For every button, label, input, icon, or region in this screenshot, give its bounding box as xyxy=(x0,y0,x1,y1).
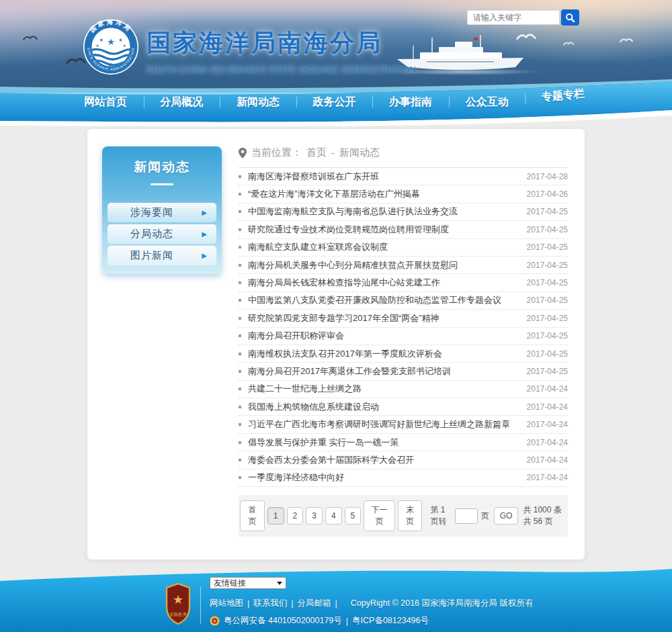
news-title-link[interactable]: 南海维权执法支队召开2017年第一季度航次评析会 xyxy=(248,348,519,360)
pager-page-button[interactable]: 4 xyxy=(325,507,342,525)
news-date: 2017-04-25 xyxy=(527,296,568,305)
svg-text:★: ★ xyxy=(212,619,216,623)
sidebar-title: 新闻动态 xyxy=(108,159,216,176)
news-date: 2017-04-25 xyxy=(527,225,568,234)
breadcrumb-current: 新闻动态 xyxy=(339,146,380,159)
chevron-down-icon xyxy=(277,582,282,585)
news-title-link[interactable]: “爱在这片海”海洋文化下基层活动在广州揭幕 xyxy=(248,188,519,200)
footer-link[interactable]: 分局邮箱 xyxy=(298,598,331,609)
news-row: 南海分局机关服务中心到分局精准扶贫点开展扶贫慰问 2017-04-25 xyxy=(239,257,568,274)
nav-item[interactable]: 分局概况 xyxy=(144,91,220,113)
seagull-icon xyxy=(620,36,633,44)
news-title-link[interactable]: 南海分局机关服务中心到分局精准扶贫点开展扶贫慰问 xyxy=(248,259,519,271)
sidebar-menu: 涉海要闻 ▶ 分局动态 ▶ 图片新闻 ▶ xyxy=(108,203,216,265)
arrow-right-icon: ▶ xyxy=(202,252,207,259)
soa-logo[interactable]: 国家海洋局 STATE OCEANIC ADMINISTRATION ★ ★ ★… xyxy=(83,19,139,75)
news-title-link[interactable]: 南海分局召开职称评审会 xyxy=(248,330,519,342)
security-record-link[interactable]: 粤公网安备 44010502000179号 xyxy=(224,615,342,627)
pager-total: 共 1000 条 共 56 页 xyxy=(523,504,568,527)
bullet-icon xyxy=(239,228,241,231)
footer-links: 网站地图 | 联系我们 | 分局邮箱 | xyxy=(210,598,341,609)
news-list: 南海区海洋督察培训班在广东开班 2017-04-28 “爱在这片海”海洋文化下基… xyxy=(239,168,568,487)
bullet-icon xyxy=(239,299,241,302)
seagull-icon xyxy=(23,34,38,42)
footer-links-row: 网站地图 | 联系我们 | 分局邮箱 | CopyRight © 2016 国家… xyxy=(210,598,534,609)
svg-text:党政机关: 党政机关 xyxy=(169,612,187,617)
bullet-icon xyxy=(239,476,241,479)
nav-item[interactable]: 政务公开 xyxy=(296,91,373,113)
news-date: 2017-04-25 xyxy=(527,242,568,252)
pager-jump-prefix: 第 1 页转 xyxy=(430,504,451,527)
nav-item[interactable]: 新闻动态 xyxy=(220,91,296,113)
news-title-link[interactable]: 研究院通过专业技术岗位竞聘规范岗位聘用管理制度 xyxy=(248,224,519,236)
news-date: 2017-04-25 xyxy=(527,349,568,359)
nav-item[interactable]: 办事指南 xyxy=(372,91,449,113)
pager-first-button[interactable]: 首页 xyxy=(240,500,265,531)
sidebar-item[interactable]: 图片新闻 ▶ xyxy=(108,246,216,265)
footer-link[interactable]: 网站地图 xyxy=(210,598,243,609)
bullet-icon xyxy=(239,175,241,178)
icp-record-link[interactable]: 粤ICP备08123496号 xyxy=(352,615,429,627)
news-title-link[interactable]: 共建二十一世纪海上丝绸之路 xyxy=(248,383,519,395)
seagull-icon xyxy=(563,40,574,46)
pager-jump-input[interactable] xyxy=(455,508,478,524)
news-title-link[interactable]: 中国海监南海航空支队与海南省总队进行执法业务交流 xyxy=(248,206,519,218)
breadcrumb-label: 当前位置： xyxy=(251,146,302,159)
news-row: 南海航空支队建立科室联席会议制度 2017-04-25 xyxy=(239,239,568,257)
bullet-icon xyxy=(239,353,241,355)
news-title-link[interactable]: 南海航空支队建立科室联席会议制度 xyxy=(248,241,519,253)
news-date: 2017-04-28 xyxy=(527,172,568,181)
news-title-link[interactable]: 一季度海洋经济稳中向好 xyxy=(248,471,519,484)
nav-item[interactable]: 公众互动 xyxy=(449,91,526,113)
news-title-link[interactable]: 南海区海洋督察培训班在广东开班 xyxy=(248,171,519,183)
breadcrumb-home-link[interactable]: 首页 xyxy=(306,146,327,159)
news-title-link[interactable]: 海委会西太分委会第十届国际科学大会召开 xyxy=(248,454,519,466)
pager-next-button[interactable]: 下一页 xyxy=(364,500,394,531)
footer-link[interactable]: 联系我们 xyxy=(253,598,287,609)
footer-link-separator: | xyxy=(335,599,337,608)
news-title-link[interactable]: 习近平在广西北海市考察调研时强调写好新世纪海上丝绸之路新篇章 xyxy=(248,418,519,431)
pager-page-button[interactable]: 1 xyxy=(267,507,284,525)
friend-links-label: 友情链接 xyxy=(214,578,246,589)
bullet-icon xyxy=(239,317,241,320)
location-pin-icon xyxy=(239,148,247,159)
pager-go-button[interactable]: GO xyxy=(494,507,519,525)
government-badge[interactable]: ★ 党政机关 xyxy=(164,582,192,625)
sidebar-item[interactable]: 分局动态 ▶ xyxy=(108,224,216,244)
footer-link-separator: | xyxy=(247,599,249,608)
news-row: 共建二十一世纪海上丝绸之路 2017-04-24 xyxy=(239,381,568,398)
news-title-link[interactable]: 中国海监第八支队党委召开廉政风险防控和动态监管工作专题会议 xyxy=(248,294,519,306)
sidebar-item-label: 涉海要闻 xyxy=(130,206,173,219)
news-title-link[interactable]: 研究院第四党支部专题学习2017年全国“两会”精神 xyxy=(248,312,519,324)
pager-page-button[interactable]: 2 xyxy=(287,507,304,525)
police-badge-icon: ★ xyxy=(210,616,220,626)
news-date: 2017-04-25 xyxy=(527,367,568,376)
news-row: 我国海上构筑物信息系统建设启动 2017-04-24 xyxy=(239,398,568,416)
news-title-link[interactable]: 南海分局局长钱宏林检查指导汕尾中心站党建工作 xyxy=(248,277,519,289)
news-row: 南海分局召开职称评审会 2017-04-25 xyxy=(239,328,568,345)
svg-text:★: ★ xyxy=(118,37,123,43)
footer-link-separator: | xyxy=(291,599,293,608)
pager-last-button[interactable]: 末页 xyxy=(398,500,423,531)
search-button[interactable] xyxy=(561,9,579,26)
news-title-link[interactable]: 南海分局召开2017年离退休工作会暨党支部书记培训 xyxy=(248,365,519,377)
search-input[interactable] xyxy=(467,10,560,25)
news-date: 2017-04-25 xyxy=(527,207,568,216)
news-row: “爱在这片海”海洋文化下基层活动在广州揭幕 2017-04-26 xyxy=(239,185,568,203)
bullet-icon xyxy=(239,406,241,408)
pager-jump-suffix: 页 xyxy=(481,510,489,522)
site-title: 国家海洋局南海分局 xyxy=(146,27,416,60)
breadcrumb-separator: - xyxy=(331,147,335,159)
bullet-icon xyxy=(239,441,241,444)
footer-divider xyxy=(200,586,201,624)
friend-links-dropdown[interactable]: 友情链接 xyxy=(210,577,286,589)
nav-item[interactable]: 网站首页 xyxy=(67,91,144,113)
sidebar-item[interactable]: 涉海要闻 ▶ xyxy=(108,203,216,222)
arrow-right-icon: ▶ xyxy=(202,230,207,238)
news-title-link[interactable]: 我国海上构筑物信息系统建设启动 xyxy=(248,401,519,413)
pager-page-button[interactable]: 3 xyxy=(306,507,323,525)
pager-page-button[interactable]: 5 xyxy=(345,507,362,525)
breadcrumb: 当前位置： 首页 - 新闻动态 xyxy=(239,146,568,168)
bullet-icon xyxy=(239,210,241,213)
news-title-link[interactable]: 倡导发展与保护并重 实行一岛一礁一策 xyxy=(248,437,519,449)
